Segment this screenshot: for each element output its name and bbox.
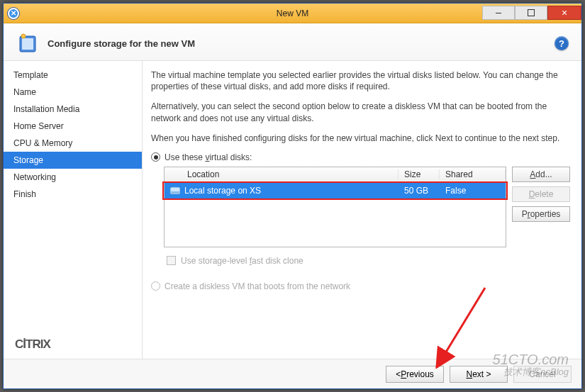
wizard-footer: < Previous Next > Cancel [4, 359, 581, 388]
window-title: New VM [277, 9, 308, 18]
citrix-logo: CİTRIX [15, 337, 50, 352]
wizard-window: ✕ New VM Configure storage for the new V… [3, 3, 582, 389]
sidebar-item-home-server[interactable]: Home Server [4, 118, 142, 135]
delete-button: Delete [512, 186, 570, 202]
sidebar-item-cpu-memory[interactable]: CPU & Memory [4, 135, 142, 152]
col-shared[interactable]: Shared [440, 169, 506, 179]
fast-disk-clone-checkbox: Use storage-level fast disk clone [167, 256, 570, 266]
svg-rect-1 [22, 38, 33, 50]
svg-point-2 [21, 34, 26, 38]
maximize-button[interactable] [515, 6, 547, 20]
radio-use-virtual-disks[interactable]: Use these virtual disks: [151, 152, 570, 162]
radio-diskless-vm: Create a diskless VM that boots from the… [151, 281, 570, 291]
properties-button[interactable]: Properties [512, 206, 570, 222]
radio-icon [151, 281, 160, 291]
minimize-button[interactable] [482, 6, 515, 20]
next-button[interactable]: Next > [450, 366, 508, 383]
intro-para-3: When you have finished configuring disks… [151, 133, 570, 144]
sidebar-item-finish[interactable]: Finish [4, 186, 142, 203]
cell-size: 50 GB [399, 186, 440, 196]
titlebar: ✕ New VM [4, 4, 581, 23]
col-location[interactable]: Location [165, 169, 399, 179]
close-button[interactable] [547, 6, 581, 20]
cancel-button: Cancel [513, 366, 572, 383]
page-title: Configure storage for the new VM [48, 38, 555, 49]
cell-location: Local storage on XS [184, 186, 261, 196]
sidebar-item-networking[interactable]: Networking [4, 169, 142, 186]
intro-para-1: The virtual machine template you selecte… [151, 69, 570, 92]
radio-label: Create a diskless VM that boots from the… [165, 281, 350, 291]
checkbox-label: Use storage-level fast disk clone [181, 256, 303, 266]
sidebar-item-name[interactable]: Name [4, 84, 142, 101]
disk-icon [170, 187, 180, 194]
radio-label: Use these virtual disks: [165, 152, 252, 162]
cell-shared: False [440, 186, 506, 196]
previous-button[interactable]: < Previous [386, 366, 444, 383]
sidebar-item-installation-media[interactable]: Installation Media [4, 101, 142, 118]
storage-wizard-icon [16, 32, 39, 55]
sidebar-item-storage[interactable]: Storage [4, 152, 142, 169]
checkbox-icon [167, 256, 176, 265]
intro-para-2: Alternatively, you can select the second… [151, 101, 570, 123]
table-header: Location Size Shared [165, 167, 506, 183]
col-size[interactable]: Size [399, 169, 440, 179]
sidebar-item-template[interactable]: Template [4, 67, 142, 84]
add-button[interactable]: Add... [512, 167, 570, 182]
virtual-disks-table: Location Size Shared Local storage on XS… [164, 167, 506, 247]
wizard-header: Configure storage for the new VM ? [4, 23, 581, 61]
app-icon: ✕ [8, 8, 19, 19]
wizard-content: The virtual machine template you selecte… [143, 61, 581, 359]
wizard-steps-sidebar: Template Name Installation Media Home Se… [4, 61, 143, 359]
table-row[interactable]: Local storage on XS 50 GB False [165, 183, 506, 198]
radio-icon [151, 152, 160, 162]
help-icon[interactable]: ? [555, 36, 569, 50]
